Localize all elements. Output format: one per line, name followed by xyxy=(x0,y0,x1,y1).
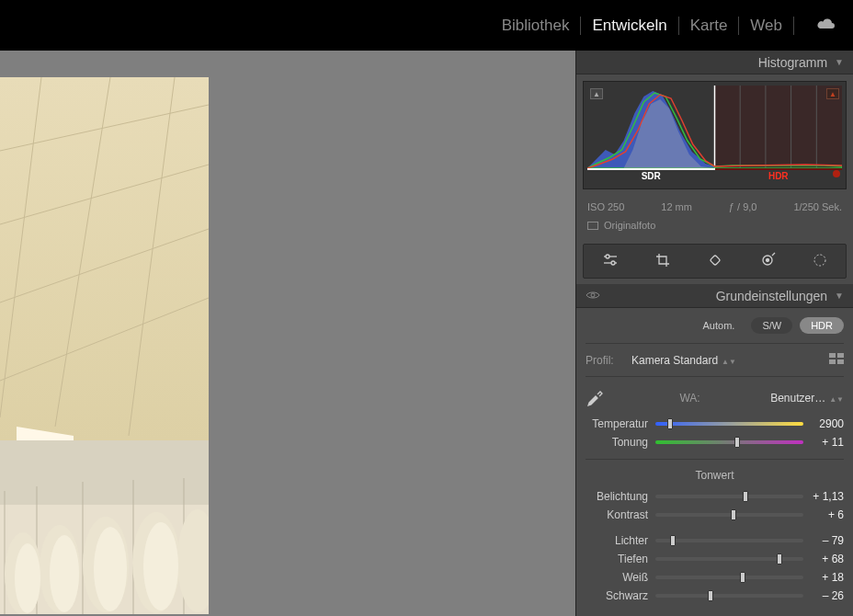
profile-browser-icon[interactable] xyxy=(829,353,844,367)
tint-value[interactable]: + 11 xyxy=(811,436,844,449)
blacks-label: Schwarz xyxy=(586,589,648,602)
wb-dropdown[interactable]: Benutzer…▲▼ xyxy=(770,392,844,405)
svg-point-37 xyxy=(766,258,768,261)
svg-rect-9 xyxy=(0,440,209,505)
svg-point-22 xyxy=(50,535,79,612)
shadow-clip-indicator[interactable]: ▲ xyxy=(590,88,603,99)
whites-value[interactable]: + 18 xyxy=(811,571,844,584)
eyedropper-icon[interactable] xyxy=(586,386,606,409)
highlights-value[interactable]: – 79 xyxy=(811,534,844,547)
auto-button[interactable]: Autom. xyxy=(694,317,745,334)
top-bar: Bibliothek Entwickeln Karte Web xyxy=(0,0,853,51)
exposure-value[interactable]: + 1,13 xyxy=(811,490,844,503)
shadows-slider-row: Tiefen + 68 xyxy=(586,550,844,568)
svg-rect-35 xyxy=(710,255,720,265)
tint-slider-row: Tonung + 11 xyxy=(586,433,844,451)
panel-visibility-icon[interactable] xyxy=(586,290,600,302)
temp-label: Temperatur xyxy=(586,417,648,430)
tone-header: Tonwert xyxy=(586,459,844,487)
contrast-slider[interactable] xyxy=(655,513,803,517)
svg-point-39 xyxy=(814,255,825,266)
histogram-box: ▲ ▲ SDR HDR xyxy=(583,81,847,189)
original-toggle[interactable]: Originalfoto xyxy=(576,216,853,238)
histogram-canvas[interactable]: ▲ ▲ SDR HDR xyxy=(587,86,842,185)
contrast-label: Kontrast xyxy=(586,508,648,521)
nav-library[interactable]: Bibliothek xyxy=(491,17,582,35)
highlight-clip-indicator[interactable]: ▲ xyxy=(826,88,839,99)
original-icon xyxy=(587,222,598,230)
whites-slider-row: Weiß + 18 xyxy=(586,568,844,587)
photo-metadata: ISO 250 12 mm ƒ / 9,0 1/250 Sek. xyxy=(576,196,853,216)
blacks-slider[interactable] xyxy=(655,594,803,598)
crop-tool-icon[interactable] xyxy=(647,248,678,275)
profile-dropdown[interactable]: Kamera Standard▲▼ xyxy=(631,354,736,367)
exposure-slider-row: Belichtung + 1,13 xyxy=(586,487,844,506)
main-area: Histogramm ▼ ▲ ▲ xyxy=(0,51,853,616)
whites-slider[interactable] xyxy=(655,576,803,579)
exposure-label: Belichtung xyxy=(586,490,648,503)
collapse-icon: ▼ xyxy=(835,291,844,301)
svg-line-38 xyxy=(772,253,775,256)
temp-slider-row: Temperatur 2900 xyxy=(586,415,844,433)
contrast-value[interactable]: + 6 xyxy=(811,508,844,521)
svg-rect-42 xyxy=(837,353,844,358)
shadows-slider[interactable] xyxy=(655,557,803,561)
hdr-warning-icon xyxy=(833,170,840,177)
svg-point-34 xyxy=(611,261,615,265)
svg-point-40 xyxy=(591,293,595,297)
svg-rect-0 xyxy=(0,77,209,440)
whites-label: Weiß xyxy=(586,571,648,584)
mode-row: Autom. S/W HDR xyxy=(586,314,844,343)
shadows-label: Tiefen xyxy=(586,553,648,565)
nav-web[interactable]: Web xyxy=(739,17,794,35)
blacks-value[interactable]: – 26 xyxy=(811,589,844,602)
shadows-value[interactable]: + 68 xyxy=(811,553,844,565)
svg-point-21 xyxy=(15,543,40,613)
wb-row: WA: Benutzer…▲▼ xyxy=(586,377,844,415)
profile-row: Profil: Kamera Standard▲▼ xyxy=(586,343,844,377)
svg-point-24 xyxy=(143,522,178,610)
radial-tool-icon[interactable] xyxy=(804,248,836,275)
meta-shutter: 1/250 Sek. xyxy=(793,201,842,212)
heal-tool-icon[interactable] xyxy=(699,248,731,275)
svg-rect-43 xyxy=(829,359,836,364)
basic-header[interactable]: Grundeinstellungen ▼ xyxy=(576,284,853,308)
contrast-slider-row: Kontrast + 6 xyxy=(586,506,844,524)
svg-rect-41 xyxy=(829,353,836,358)
nav-develop[interactable]: Entwickeln xyxy=(581,17,678,35)
hdr-toggle[interactable]: HDR xyxy=(800,317,844,334)
sdr-label: SDR xyxy=(587,168,715,183)
photo-preview[interactable] xyxy=(0,77,209,614)
histogram-panel: Histogramm ▼ ▲ ▲ xyxy=(576,51,853,238)
hdr-label: HDR xyxy=(715,168,843,183)
highlights-slider[interactable] xyxy=(655,539,803,542)
tint-label: Tonung xyxy=(586,436,648,449)
basic-panel: Grundeinstellungen ▼ Autom. S/W HDR Prof… xyxy=(576,284,853,610)
svg-rect-44 xyxy=(837,359,844,364)
wb-label: WA: xyxy=(679,392,699,405)
exposure-slider[interactable] xyxy=(655,495,803,498)
blacks-slider-row: Schwarz – 26 xyxy=(586,587,844,605)
nav-map[interactable]: Karte xyxy=(679,17,740,35)
cloud-sync-icon[interactable] xyxy=(816,17,836,33)
highlights-slider-row: Lichter – 79 xyxy=(586,531,844,550)
tint-slider[interactable] xyxy=(655,440,803,444)
svg-rect-25 xyxy=(715,86,843,168)
bw-toggle[interactable]: S/W xyxy=(751,317,792,334)
adjust-tool-icon[interactable] xyxy=(595,248,626,275)
histogram-title: Histogramm xyxy=(758,55,827,70)
temp-value[interactable]: 2900 xyxy=(811,417,844,430)
tool-strip xyxy=(583,244,847,279)
highlights-label: Lichter xyxy=(586,534,648,547)
svg-point-32 xyxy=(606,255,609,258)
histogram-chart xyxy=(587,86,842,168)
histogram-header[interactable]: Histogramm ▼ xyxy=(576,51,853,74)
temp-slider[interactable] xyxy=(655,422,803,426)
mask-tool-icon[interactable] xyxy=(752,248,783,275)
svg-point-23 xyxy=(94,527,127,611)
original-label: Originalfoto xyxy=(604,220,655,231)
meta-aperture: ƒ / 9,0 xyxy=(729,201,757,212)
canvas-area[interactable] xyxy=(0,51,575,616)
basic-title: Grundeinstellungen xyxy=(716,289,827,303)
histogram-range-labels: SDR HDR xyxy=(587,168,842,183)
